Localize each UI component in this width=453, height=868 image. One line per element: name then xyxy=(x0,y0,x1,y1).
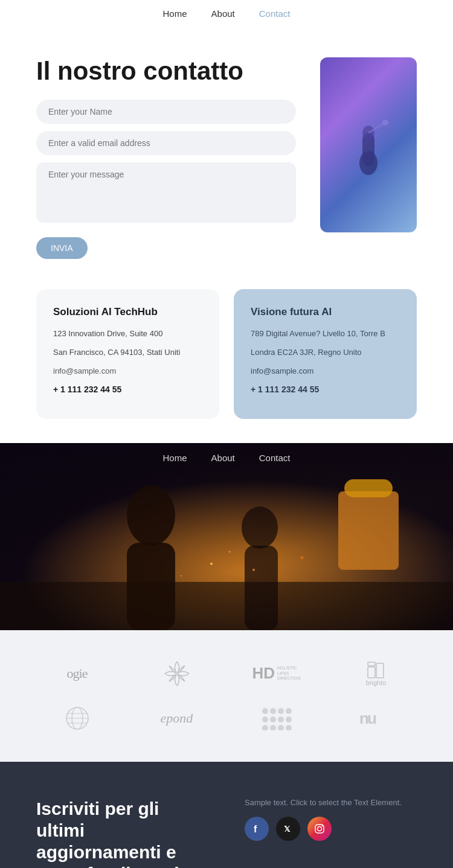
contact-decorative-image xyxy=(320,57,417,232)
svg-point-9 xyxy=(242,506,278,549)
svg-point-33 xyxy=(278,716,284,723)
hand-icon xyxy=(344,115,393,175)
logos-section: ogie HD HOLISTICLIFESDIRECTION xyxy=(0,630,453,762)
social-icons-row: f 𝕏 xyxy=(245,817,417,841)
card-techhub-title: Soluzioni AI TechHub xyxy=(53,306,202,318)
logo-hd: HD HOLISTICLIFESDIRECTION xyxy=(236,664,317,683)
card-techhub: Soluzioni AI TechHub 123 Innovation Driv… xyxy=(36,289,219,419)
logo-ogie: ogie xyxy=(36,666,118,681)
svg-point-38 xyxy=(286,725,292,730)
overlay-nav-home[interactable]: Home xyxy=(163,453,187,463)
card-techhub-address2: San Francisco, CA 94103, Stati Uniti xyxy=(53,346,202,359)
nav-home[interactable]: Home xyxy=(163,8,187,19)
instagram-icon[interactable] xyxy=(307,817,332,841)
card-techhub-address1: 123 Innovation Drive, Suite 400 xyxy=(53,328,202,340)
card-visione-phone: + 1 111 232 44 55 xyxy=(251,383,400,396)
card-visione: Visione futura AI 789 Digital Avenue? Li… xyxy=(234,289,417,419)
main-nav: Home About Contact xyxy=(0,0,453,27)
svg-point-35 xyxy=(262,725,268,730)
svg-point-15 xyxy=(252,569,255,571)
logo-dots-grid xyxy=(236,706,317,730)
logo-epond: epond xyxy=(136,710,217,726)
footer-left-col: Iscriviti per gli ultimi aggiornamenti e… xyxy=(36,798,208,868)
card-visione-address1: 789 Digital Avenue? Livello 10, Torre B xyxy=(251,328,400,340)
svg-text:𝕏: 𝕏 xyxy=(284,825,291,834)
footer-title: Iscriviti per gli ultimi aggiornamenti e… xyxy=(36,798,208,868)
svg-point-43 xyxy=(318,826,322,831)
overlay-nav-contact[interactable]: Contact xyxy=(259,453,291,463)
svg-point-44 xyxy=(322,825,323,826)
email-input[interactable] xyxy=(36,131,296,155)
logo-flower xyxy=(136,660,217,687)
svg-rect-21 xyxy=(368,662,375,666)
twitter-x-icon[interactable]: 𝕏 xyxy=(276,817,300,841)
logo-brighto: brighto xyxy=(335,661,417,686)
info-cards-row: Soluzioni AI TechHub 123 Innovation Driv… xyxy=(0,283,453,443)
message-input[interactable] xyxy=(36,162,296,223)
footer-sample-text: Sample text. Click to select the Text El… xyxy=(245,798,417,807)
svg-text:nu: nu xyxy=(359,709,376,727)
svg-rect-11 xyxy=(338,491,399,570)
svg-point-17 xyxy=(301,556,304,559)
card-visione-address2: Londra EC2A 3JR, Regno Unito xyxy=(251,346,400,359)
svg-rect-6 xyxy=(0,582,453,630)
svg-point-16 xyxy=(181,575,182,576)
scene-svg xyxy=(0,443,453,630)
svg-point-32 xyxy=(270,716,276,723)
logo-globe xyxy=(36,705,118,732)
svg-point-18 xyxy=(175,672,179,675)
contact-section: Il nostro contatto INVIA xyxy=(0,27,453,283)
svg-point-34 xyxy=(286,716,292,723)
svg-point-7 xyxy=(127,485,175,546)
contact-form-area: Il nostro contatto INVIA xyxy=(36,57,296,259)
svg-text:f: f xyxy=(254,824,257,834)
card-visione-title: Visione futura AI xyxy=(251,306,400,318)
svg-point-13 xyxy=(210,563,213,565)
footer-content: Iscriviti per gli ultimi aggiornamenti e… xyxy=(0,762,453,868)
card-techhub-phone: + 1 111 232 44 55 xyxy=(53,383,202,396)
overlay-nav-about[interactable]: About xyxy=(211,453,235,463)
svg-rect-19 xyxy=(368,667,375,678)
svg-point-37 xyxy=(278,725,284,730)
svg-point-31 xyxy=(262,716,268,723)
contact-title: Il nostro contatto xyxy=(36,57,296,85)
svg-rect-20 xyxy=(376,663,384,678)
footer-right-col: Sample text. Click to select the Text El… xyxy=(245,798,417,868)
hero-image: Home About Contact xyxy=(0,443,453,630)
svg-point-36 xyxy=(270,725,276,730)
overlay-nav: Home About Contact xyxy=(0,453,453,463)
facebook-icon[interactable]: f xyxy=(245,817,269,841)
card-techhub-email: info@sample.com xyxy=(53,365,202,378)
logo-nu: nu xyxy=(335,709,417,727)
svg-rect-8 xyxy=(127,543,175,630)
footer-section: Iscriviti per gli ultimi aggiornamenti e… xyxy=(0,762,453,868)
contact-image-area xyxy=(320,57,417,232)
name-input[interactable] xyxy=(36,100,296,124)
svg-point-29 xyxy=(278,708,284,714)
svg-rect-10 xyxy=(245,546,278,630)
svg-rect-12 xyxy=(344,479,393,497)
nav-contact[interactable]: Contact xyxy=(259,8,291,19)
svg-point-14 xyxy=(229,550,231,552)
svg-point-28 xyxy=(270,708,276,714)
card-visione-email: info@sample.com xyxy=(251,365,400,378)
submit-button[interactable]: INVIA xyxy=(36,237,88,259)
svg-point-4 xyxy=(382,120,388,126)
svg-point-27 xyxy=(262,708,268,714)
nav-about[interactable]: About xyxy=(211,8,235,19)
svg-point-30 xyxy=(286,708,292,714)
